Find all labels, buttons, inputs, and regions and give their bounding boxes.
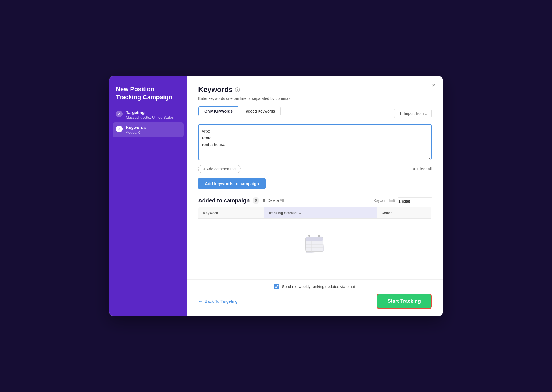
delete-all-label: Delete All [268, 198, 284, 203]
modal-footer: Send me weekly ranking updates via email… [187, 279, 443, 316]
tab-only-keywords[interactable]: Only Keywords [198, 106, 239, 116]
clear-all-label: Clear all [417, 167, 432, 171]
svg-point-9 [318, 235, 320, 237]
sidebar-step-targeting[interactable]: ✓ Targeting Massachusetts, United States [116, 110, 180, 120]
import-label: Import from... [404, 111, 427, 116]
campaign-count-badge: 0 [253, 197, 259, 204]
step-content-keywords: Keywords Added: 0 [126, 125, 180, 135]
section-title: Keywords i [198, 85, 432, 94]
add-tag-button[interactable]: + Add common tag [198, 165, 241, 173]
modal-container: New Position Tracking Campaign ✓ Targeti… [109, 76, 443, 316]
table-header-action: Action [377, 207, 432, 219]
trash-icon: 🗑 [262, 198, 266, 203]
tab-row: Only Keywords Tagged Keywords ⬇ Import f… [198, 106, 432, 121]
footer-actions: ← Back To Targeting Start Tracking [198, 294, 432, 309]
keyword-limit-count: 1/5000 [398, 199, 432, 204]
main-content: × Keywords i Enter keywords one per line… [187, 76, 443, 316]
modal-overlay: New Position Tracking Campaign ✓ Targeti… [0, 0, 552, 392]
sidebar: New Position Tracking Campaign ✓ Targeti… [109, 76, 187, 316]
keywords-table: Keyword Tracking Started ≡ Action [198, 207, 432, 277]
table-header-tracking-started: Tracking Started ≡ [264, 207, 377, 219]
empty-state-icon [302, 233, 327, 258]
sidebar-title: New Position Tracking Campaign [116, 85, 180, 101]
step-content-targeting: Targeting Massachusetts, United States [126, 110, 180, 120]
email-label: Send me weekly ranking updates via email [282, 284, 355, 289]
step-label-targeting: Targeting [126, 110, 180, 115]
step-indicator-targeting: ✓ [116, 111, 123, 117]
campaign-section-header: Added to campaign 0 🗑 Delete All Keyword… [198, 197, 432, 204]
empty-state-cell [198, 219, 432, 277]
import-icon: ⬇ [399, 111, 402, 116]
keyword-limit-info: Keyword limit 1/5000 [374, 197, 432, 204]
keywords-textarea[interactable]: <span class="vrbo-underline">vrbo</span>… [198, 124, 432, 160]
import-button[interactable]: ⬇ Import from... [394, 109, 432, 118]
filter-icon[interactable]: ≡ [299, 211, 301, 215]
add-tag-label: + Add common tag [203, 167, 236, 171]
keyword-limit-bar [398, 197, 432, 198]
back-btn-label: Back To Targeting [205, 299, 238, 304]
delete-all-button[interactable]: 🗑 Delete All [262, 198, 284, 203]
close-button[interactable]: × [429, 81, 438, 90]
sidebar-step-keywords[interactable]: 2 Keywords Added: 0 [113, 122, 184, 137]
svg-point-8 [308, 235, 310, 237]
keyword-limit-label: Keyword limit [374, 199, 395, 203]
section-subtitle: Enter keywords one per line or separated… [198, 96, 432, 101]
content-scroll: Keywords i Enter keywords one per line o… [187, 76, 443, 279]
step-sublabel-targeting: Massachusetts, United States [126, 115, 180, 120]
actions-row: + Add common tag ✕ Clear all [198, 165, 432, 173]
info-icon[interactable]: i [235, 87, 240, 92]
email-row: Send me weekly ranking updates via email [198, 284, 432, 289]
add-keywords-button[interactable]: Add keywords to campaign [198, 178, 266, 189]
email-checkbox[interactable] [274, 284, 279, 289]
clear-all-x-icon: ✕ [412, 167, 416, 171]
svg-rect-2 [306, 237, 323, 241]
back-arrow-icon: ← [198, 299, 202, 304]
keywords-table-body [198, 219, 432, 277]
clear-all-button[interactable]: ✕ Clear all [412, 167, 432, 171]
back-to-targeting-button[interactable]: ← Back To Targeting [198, 299, 238, 304]
campaign-added-title: Added to campaign [198, 197, 250, 204]
keywords-title-text: Keywords [198, 85, 233, 94]
step-label-keywords: Keywords [126, 125, 180, 130]
step-indicator-keywords: 2 [116, 126, 123, 132]
empty-state-row [198, 219, 432, 277]
sidebar-steps: ✓ Targeting Massachusetts, United States… [116, 110, 180, 135]
step-sublabel-keywords: Added: 0 [126, 130, 180, 135]
start-tracking-button[interactable]: Start Tracking [377, 294, 432, 309]
tab-tagged-keywords[interactable]: Tagged Keywords [238, 106, 280, 116]
empty-state [203, 222, 427, 274]
table-header-keyword: Keyword [198, 207, 264, 219]
tab-group: Only Keywords Tagged Keywords [198, 106, 281, 116]
